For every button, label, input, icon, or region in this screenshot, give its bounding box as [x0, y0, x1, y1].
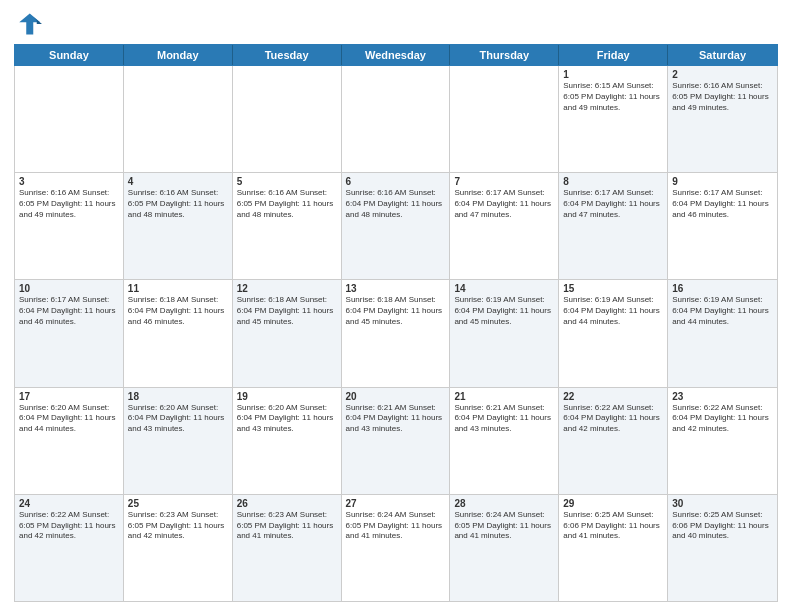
day-number: 9 [672, 176, 773, 187]
day-info: Sunrise: 6:24 AM Sunset: 6:05 PM Dayligh… [346, 510, 446, 542]
day-info: Sunrise: 6:21 AM Sunset: 6:04 PM Dayligh… [346, 403, 446, 435]
day-header-sunday: Sunday [15, 45, 124, 65]
day-number: 13 [346, 283, 446, 294]
day-number: 4 [128, 176, 228, 187]
calendar-week-3: 10Sunrise: 6:17 AM Sunset: 6:04 PM Dayli… [15, 280, 777, 387]
calendar-week-5: 24Sunrise: 6:22 AM Sunset: 6:05 PM Dayli… [15, 495, 777, 601]
calendar-day-5: 5Sunrise: 6:16 AM Sunset: 6:05 PM Daylig… [233, 173, 342, 279]
day-number: 16 [672, 283, 773, 294]
day-number: 14 [454, 283, 554, 294]
day-info: Sunrise: 6:20 AM Sunset: 6:04 PM Dayligh… [128, 403, 228, 435]
logo [14, 10, 46, 38]
day-info: Sunrise: 6:22 AM Sunset: 6:04 PM Dayligh… [672, 403, 773, 435]
day-info: Sunrise: 6:20 AM Sunset: 6:04 PM Dayligh… [237, 403, 337, 435]
day-number: 22 [563, 391, 663, 402]
day-info: Sunrise: 6:21 AM Sunset: 6:04 PM Dayligh… [454, 403, 554, 435]
day-info: Sunrise: 6:23 AM Sunset: 6:05 PM Dayligh… [128, 510, 228, 542]
calendar-day-20: 20Sunrise: 6:21 AM Sunset: 6:04 PM Dayli… [342, 388, 451, 494]
calendar-day-26: 26Sunrise: 6:23 AM Sunset: 6:05 PM Dayli… [233, 495, 342, 601]
day-number: 3 [19, 176, 119, 187]
calendar-week-2: 3Sunrise: 6:16 AM Sunset: 6:05 PM Daylig… [15, 173, 777, 280]
day-info: Sunrise: 6:16 AM Sunset: 6:05 PM Dayligh… [19, 188, 119, 220]
day-number: 12 [237, 283, 337, 294]
logo-icon [14, 10, 42, 38]
day-info: Sunrise: 6:19 AM Sunset: 6:04 PM Dayligh… [672, 295, 773, 327]
calendar-day-14: 14Sunrise: 6:19 AM Sunset: 6:04 PM Dayli… [450, 280, 559, 386]
day-number: 30 [672, 498, 773, 509]
calendar-day-12: 12Sunrise: 6:18 AM Sunset: 6:04 PM Dayli… [233, 280, 342, 386]
calendar: SundayMondayTuesdayWednesdayThursdayFrid… [14, 44, 778, 602]
day-header-thursday: Thursday [450, 45, 559, 65]
day-header-wednesday: Wednesday [342, 45, 451, 65]
day-info: Sunrise: 6:19 AM Sunset: 6:04 PM Dayligh… [454, 295, 554, 327]
day-number: 18 [128, 391, 228, 402]
day-number: 1 [563, 69, 663, 80]
calendar-day-24: 24Sunrise: 6:22 AM Sunset: 6:05 PM Dayli… [15, 495, 124, 601]
calendar-day-7: 7Sunrise: 6:17 AM Sunset: 6:04 PM Daylig… [450, 173, 559, 279]
calendar-day-23: 23Sunrise: 6:22 AM Sunset: 6:04 PM Dayli… [668, 388, 777, 494]
calendar-day-29: 29Sunrise: 6:25 AM Sunset: 6:06 PM Dayli… [559, 495, 668, 601]
day-number: 23 [672, 391, 773, 402]
calendar-header-row: SundayMondayTuesdayWednesdayThursdayFrid… [14, 44, 778, 66]
day-info: Sunrise: 6:25 AM Sunset: 6:06 PM Dayligh… [672, 510, 773, 542]
calendar-empty-cell [15, 66, 124, 172]
day-info: Sunrise: 6:25 AM Sunset: 6:06 PM Dayligh… [563, 510, 663, 542]
calendar-day-2: 2Sunrise: 6:16 AM Sunset: 6:05 PM Daylig… [668, 66, 777, 172]
calendar-day-28: 28Sunrise: 6:24 AM Sunset: 6:05 PM Dayli… [450, 495, 559, 601]
day-info: Sunrise: 6:15 AM Sunset: 6:05 PM Dayligh… [563, 81, 663, 113]
day-info: Sunrise: 6:16 AM Sunset: 6:05 PM Dayligh… [128, 188, 228, 220]
calendar-day-3: 3Sunrise: 6:16 AM Sunset: 6:05 PM Daylig… [15, 173, 124, 279]
day-header-friday: Friday [559, 45, 668, 65]
day-number: 19 [237, 391, 337, 402]
page-container: SundayMondayTuesdayWednesdayThursdayFrid… [0, 0, 792, 612]
day-info: Sunrise: 6:19 AM Sunset: 6:04 PM Dayligh… [563, 295, 663, 327]
day-number: 27 [346, 498, 446, 509]
calendar-day-16: 16Sunrise: 6:19 AM Sunset: 6:04 PM Dayli… [668, 280, 777, 386]
day-number: 28 [454, 498, 554, 509]
calendar-week-4: 17Sunrise: 6:20 AM Sunset: 6:04 PM Dayli… [15, 388, 777, 495]
day-number: 26 [237, 498, 337, 509]
day-number: 24 [19, 498, 119, 509]
calendar-day-9: 9Sunrise: 6:17 AM Sunset: 6:04 PM Daylig… [668, 173, 777, 279]
day-header-monday: Monday [124, 45, 233, 65]
calendar-body: 1Sunrise: 6:15 AM Sunset: 6:05 PM Daylig… [14, 66, 778, 602]
day-number: 25 [128, 498, 228, 509]
day-info: Sunrise: 6:17 AM Sunset: 6:04 PM Dayligh… [454, 188, 554, 220]
day-info: Sunrise: 6:22 AM Sunset: 6:05 PM Dayligh… [19, 510, 119, 542]
calendar-day-18: 18Sunrise: 6:20 AM Sunset: 6:04 PM Dayli… [124, 388, 233, 494]
day-info: Sunrise: 6:16 AM Sunset: 6:05 PM Dayligh… [237, 188, 337, 220]
day-info: Sunrise: 6:17 AM Sunset: 6:04 PM Dayligh… [672, 188, 773, 220]
day-header-saturday: Saturday [668, 45, 777, 65]
day-number: 8 [563, 176, 663, 187]
calendar-day-1: 1Sunrise: 6:15 AM Sunset: 6:05 PM Daylig… [559, 66, 668, 172]
day-info: Sunrise: 6:17 AM Sunset: 6:04 PM Dayligh… [563, 188, 663, 220]
day-number: 17 [19, 391, 119, 402]
day-info: Sunrise: 6:24 AM Sunset: 6:05 PM Dayligh… [454, 510, 554, 542]
calendar-day-8: 8Sunrise: 6:17 AM Sunset: 6:04 PM Daylig… [559, 173, 668, 279]
day-number: 5 [237, 176, 337, 187]
day-number: 6 [346, 176, 446, 187]
calendar-day-11: 11Sunrise: 6:18 AM Sunset: 6:04 PM Dayli… [124, 280, 233, 386]
calendar-empty-cell [450, 66, 559, 172]
day-number: 21 [454, 391, 554, 402]
day-info: Sunrise: 6:17 AM Sunset: 6:04 PM Dayligh… [19, 295, 119, 327]
day-info: Sunrise: 6:20 AM Sunset: 6:04 PM Dayligh… [19, 403, 119, 435]
day-number: 11 [128, 283, 228, 294]
calendar-day-10: 10Sunrise: 6:17 AM Sunset: 6:04 PM Dayli… [15, 280, 124, 386]
day-info: Sunrise: 6:16 AM Sunset: 6:04 PM Dayligh… [346, 188, 446, 220]
day-number: 20 [346, 391, 446, 402]
calendar-empty-cell [233, 66, 342, 172]
calendar-day-4: 4Sunrise: 6:16 AM Sunset: 6:05 PM Daylig… [124, 173, 233, 279]
day-number: 15 [563, 283, 663, 294]
day-number: 7 [454, 176, 554, 187]
calendar-day-19: 19Sunrise: 6:20 AM Sunset: 6:04 PM Dayli… [233, 388, 342, 494]
day-info: Sunrise: 6:22 AM Sunset: 6:04 PM Dayligh… [563, 403, 663, 435]
calendar-day-15: 15Sunrise: 6:19 AM Sunset: 6:04 PM Dayli… [559, 280, 668, 386]
calendar-empty-cell [124, 66, 233, 172]
day-info: Sunrise: 6:23 AM Sunset: 6:05 PM Dayligh… [237, 510, 337, 542]
day-info: Sunrise: 6:16 AM Sunset: 6:05 PM Dayligh… [672, 81, 773, 113]
calendar-day-22: 22Sunrise: 6:22 AM Sunset: 6:04 PM Dayli… [559, 388, 668, 494]
day-number: 2 [672, 69, 773, 80]
header [14, 10, 778, 38]
calendar-day-13: 13Sunrise: 6:18 AM Sunset: 6:04 PM Dayli… [342, 280, 451, 386]
